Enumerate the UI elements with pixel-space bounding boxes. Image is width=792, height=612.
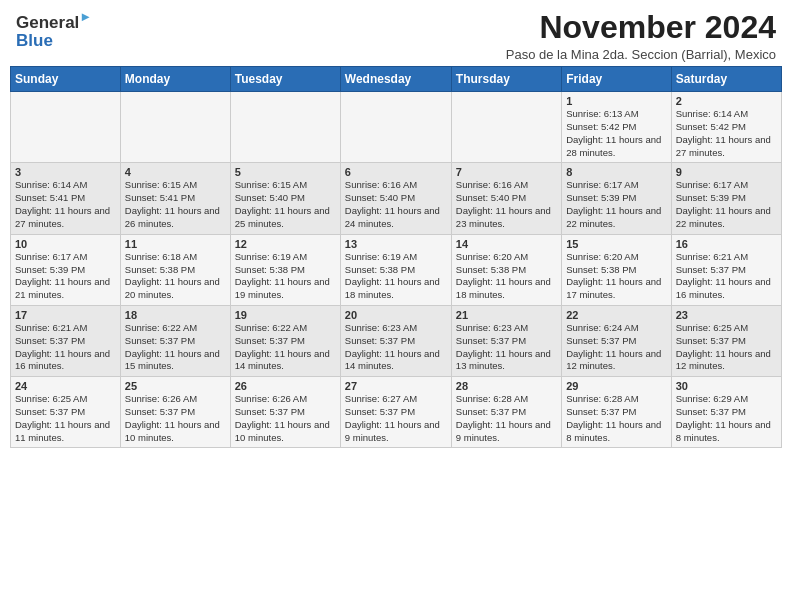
- day-number: 27: [345, 380, 447, 392]
- weekday-header-sunday: Sunday: [11, 67, 121, 92]
- calendar-table: SundayMondayTuesdayWednesdayThursdayFrid…: [10, 66, 782, 448]
- weekday-header-monday: Monday: [120, 67, 230, 92]
- page-header: General► Blue November 2024 Paso de la M…: [0, 0, 792, 66]
- weekday-header-row: SundayMondayTuesdayWednesdayThursdayFrid…: [11, 67, 782, 92]
- day-number: 24: [15, 380, 116, 392]
- day-info: Sunrise: 6:14 AM Sunset: 5:41 PM Dayligh…: [15, 179, 116, 230]
- day-number: 28: [456, 380, 557, 392]
- calendar-cell: 6Sunrise: 6:16 AM Sunset: 5:40 PM Daylig…: [340, 163, 451, 234]
- day-info: Sunrise: 6:29 AM Sunset: 5:37 PM Dayligh…: [676, 393, 777, 444]
- calendar-cell: 22Sunrise: 6:24 AM Sunset: 5:37 PM Dayli…: [562, 305, 671, 376]
- calendar-cell: 4Sunrise: 6:15 AM Sunset: 5:41 PM Daylig…: [120, 163, 230, 234]
- day-info: Sunrise: 6:28 AM Sunset: 5:37 PM Dayligh…: [566, 393, 666, 444]
- calendar-cell: 19Sunrise: 6:22 AM Sunset: 5:37 PM Dayli…: [230, 305, 340, 376]
- weekday-header-wednesday: Wednesday: [340, 67, 451, 92]
- day-info: Sunrise: 6:16 AM Sunset: 5:40 PM Dayligh…: [456, 179, 557, 230]
- calendar-cell: 5Sunrise: 6:15 AM Sunset: 5:40 PM Daylig…: [230, 163, 340, 234]
- day-info: Sunrise: 6:15 AM Sunset: 5:40 PM Dayligh…: [235, 179, 336, 230]
- calendar-cell: 18Sunrise: 6:22 AM Sunset: 5:37 PM Dayli…: [120, 305, 230, 376]
- day-info: Sunrise: 6:19 AM Sunset: 5:38 PM Dayligh…: [345, 251, 447, 302]
- day-number: 21: [456, 309, 557, 321]
- day-info: Sunrise: 6:28 AM Sunset: 5:37 PM Dayligh…: [456, 393, 557, 444]
- day-number: 5: [235, 166, 336, 178]
- calendar-subtitle: Paso de la Mina 2da. Seccion (Barrial), …: [506, 47, 776, 62]
- calendar-header: SundayMondayTuesdayWednesdayThursdayFrid…: [11, 67, 782, 92]
- day-number: 18: [125, 309, 226, 321]
- calendar-week-row: 24Sunrise: 6:25 AM Sunset: 5:37 PM Dayli…: [11, 377, 782, 448]
- calendar-cell: 27Sunrise: 6:27 AM Sunset: 5:37 PM Dayli…: [340, 377, 451, 448]
- calendar-title: November 2024: [506, 10, 776, 45]
- calendar-cell: 7Sunrise: 6:16 AM Sunset: 5:40 PM Daylig…: [451, 163, 561, 234]
- calendar-cell: 20Sunrise: 6:23 AM Sunset: 5:37 PM Dayli…: [340, 305, 451, 376]
- day-number: 13: [345, 238, 447, 250]
- day-number: 6: [345, 166, 447, 178]
- day-number: 12: [235, 238, 336, 250]
- day-info: Sunrise: 6:15 AM Sunset: 5:41 PM Dayligh…: [125, 179, 226, 230]
- day-number: 15: [566, 238, 666, 250]
- day-number: 20: [345, 309, 447, 321]
- day-info: Sunrise: 6:25 AM Sunset: 5:37 PM Dayligh…: [676, 322, 777, 373]
- day-number: 9: [676, 166, 777, 178]
- calendar-body: 1Sunrise: 6:13 AM Sunset: 5:42 PM Daylig…: [11, 92, 782, 448]
- day-info: Sunrise: 6:17 AM Sunset: 5:39 PM Dayligh…: [566, 179, 666, 230]
- calendar-week-row: 10Sunrise: 6:17 AM Sunset: 5:39 PM Dayli…: [11, 234, 782, 305]
- calendar-week-row: 3Sunrise: 6:14 AM Sunset: 5:41 PM Daylig…: [11, 163, 782, 234]
- day-number: 25: [125, 380, 226, 392]
- day-info: Sunrise: 6:24 AM Sunset: 5:37 PM Dayligh…: [566, 322, 666, 373]
- day-info: Sunrise: 6:23 AM Sunset: 5:37 PM Dayligh…: [345, 322, 447, 373]
- day-info: Sunrise: 6:27 AM Sunset: 5:37 PM Dayligh…: [345, 393, 447, 444]
- day-number: 23: [676, 309, 777, 321]
- day-info: Sunrise: 6:14 AM Sunset: 5:42 PM Dayligh…: [676, 108, 777, 159]
- day-info: Sunrise: 6:21 AM Sunset: 5:37 PM Dayligh…: [676, 251, 777, 302]
- day-number: 1: [566, 95, 666, 107]
- calendar-cell: 29Sunrise: 6:28 AM Sunset: 5:37 PM Dayli…: [562, 377, 671, 448]
- day-number: 16: [676, 238, 777, 250]
- calendar-cell: 13Sunrise: 6:19 AM Sunset: 5:38 PM Dayli…: [340, 234, 451, 305]
- day-info: Sunrise: 6:19 AM Sunset: 5:38 PM Dayligh…: [235, 251, 336, 302]
- day-info: Sunrise: 6:20 AM Sunset: 5:38 PM Dayligh…: [566, 251, 666, 302]
- day-info: Sunrise: 6:17 AM Sunset: 5:39 PM Dayligh…: [676, 179, 777, 230]
- calendar-cell: [340, 92, 451, 163]
- day-number: 22: [566, 309, 666, 321]
- day-info: Sunrise: 6:26 AM Sunset: 5:37 PM Dayligh…: [125, 393, 226, 444]
- day-info: Sunrise: 6:17 AM Sunset: 5:39 PM Dayligh…: [15, 251, 116, 302]
- calendar-title-block: November 2024 Paso de la Mina 2da. Secci…: [506, 10, 776, 62]
- calendar-cell: 26Sunrise: 6:26 AM Sunset: 5:37 PM Dayli…: [230, 377, 340, 448]
- calendar-cell: 9Sunrise: 6:17 AM Sunset: 5:39 PM Daylig…: [671, 163, 781, 234]
- logo: General► Blue: [16, 10, 92, 49]
- day-info: Sunrise: 6:18 AM Sunset: 5:38 PM Dayligh…: [125, 251, 226, 302]
- day-number: 14: [456, 238, 557, 250]
- calendar-cell: [230, 92, 340, 163]
- day-info: Sunrise: 6:22 AM Sunset: 5:37 PM Dayligh…: [235, 322, 336, 373]
- calendar-cell: 3Sunrise: 6:14 AM Sunset: 5:41 PM Daylig…: [11, 163, 121, 234]
- day-number: 3: [15, 166, 116, 178]
- calendar-cell: 12Sunrise: 6:19 AM Sunset: 5:38 PM Dayli…: [230, 234, 340, 305]
- calendar-cell: 23Sunrise: 6:25 AM Sunset: 5:37 PM Dayli…: [671, 305, 781, 376]
- day-number: 19: [235, 309, 336, 321]
- day-number: 26: [235, 380, 336, 392]
- calendar-cell: 21Sunrise: 6:23 AM Sunset: 5:37 PM Dayli…: [451, 305, 561, 376]
- day-number: 11: [125, 238, 226, 250]
- calendar-container: SundayMondayTuesdayWednesdayThursdayFrid…: [0, 66, 792, 458]
- calendar-cell: 24Sunrise: 6:25 AM Sunset: 5:37 PM Dayli…: [11, 377, 121, 448]
- day-info: Sunrise: 6:20 AM Sunset: 5:38 PM Dayligh…: [456, 251, 557, 302]
- calendar-cell: 10Sunrise: 6:17 AM Sunset: 5:39 PM Dayli…: [11, 234, 121, 305]
- calendar-cell: [11, 92, 121, 163]
- calendar-cell: [120, 92, 230, 163]
- calendar-cell: 17Sunrise: 6:21 AM Sunset: 5:37 PM Dayli…: [11, 305, 121, 376]
- calendar-cell: 8Sunrise: 6:17 AM Sunset: 5:39 PM Daylig…: [562, 163, 671, 234]
- calendar-cell: 2Sunrise: 6:14 AM Sunset: 5:42 PM Daylig…: [671, 92, 781, 163]
- day-info: Sunrise: 6:21 AM Sunset: 5:37 PM Dayligh…: [15, 322, 116, 373]
- day-info: Sunrise: 6:22 AM Sunset: 5:37 PM Dayligh…: [125, 322, 226, 373]
- day-number: 17: [15, 309, 116, 321]
- day-info: Sunrise: 6:16 AM Sunset: 5:40 PM Dayligh…: [345, 179, 447, 230]
- day-number: 8: [566, 166, 666, 178]
- day-number: 30: [676, 380, 777, 392]
- weekday-header-saturday: Saturday: [671, 67, 781, 92]
- day-number: 29: [566, 380, 666, 392]
- calendar-cell: 14Sunrise: 6:20 AM Sunset: 5:38 PM Dayli…: [451, 234, 561, 305]
- weekday-header-tuesday: Tuesday: [230, 67, 340, 92]
- calendar-cell: 15Sunrise: 6:20 AM Sunset: 5:38 PM Dayli…: [562, 234, 671, 305]
- calendar-cell: 1Sunrise: 6:13 AM Sunset: 5:42 PM Daylig…: [562, 92, 671, 163]
- day-number: 7: [456, 166, 557, 178]
